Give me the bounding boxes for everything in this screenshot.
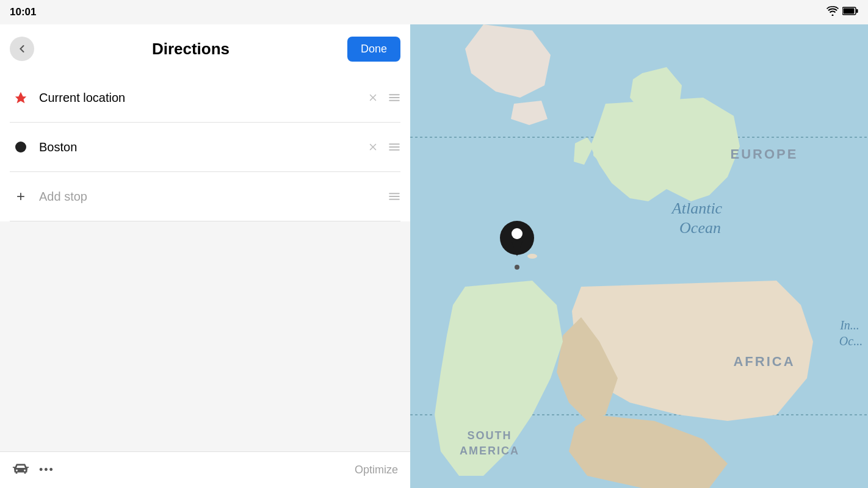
indian-ocean-label: In...: [839, 318, 859, 332]
waypoint-current-location[interactable]: Current location: [0, 73, 410, 122]
back-button[interactable]: [10, 37, 34, 61]
main-layout: Directions Done Current location: [0, 24, 868, 488]
current-location-text: Current location: [32, 91, 367, 105]
map-panel: Atlantic Ocean EUROPE AFRICA SOUTH AMERI…: [410, 24, 868, 488]
left-panel: Directions Done Current location: [0, 24, 410, 488]
clear-current-location-button[interactable]: [367, 92, 378, 103]
status-icons: [826, 6, 858, 18]
status-bar: 10:01: [0, 0, 868, 24]
europe-label: EUROPE: [731, 146, 798, 162]
header: Directions Done: [0, 24, 410, 73]
optimize-button[interactable]: Optimize: [54, 464, 398, 476]
car-icon: [12, 461, 29, 479]
svg-rect-1: [856, 9, 858, 13]
dot-icon: [15, 142, 26, 152]
current-location-icon: [10, 87, 32, 109]
waypoints-list: Current location: [0, 73, 410, 221]
south-america-label2: AMERICA: [460, 445, 519, 457]
atlantic-ocean-label: Atlantic: [671, 199, 723, 217]
more-options-dots[interactable]: •••: [39, 464, 54, 476]
map-svg: Atlantic Ocean EUROPE AFRICA SOUTH AMERI…: [410, 24, 868, 488]
battery-icon: [842, 7, 858, 18]
status-time: 10:01: [10, 6, 36, 18]
reorder-current-location-button[interactable]: [388, 93, 400, 102]
svg-point-21: [512, 228, 523, 239]
svg-point-19: [527, 254, 537, 259]
reorder-add-stop-button[interactable]: [388, 192, 400, 201]
current-location-actions: [367, 92, 400, 103]
reorder-boston-button[interactable]: [388, 143, 400, 151]
page-title: Directions: [34, 40, 347, 59]
wifi-icon: [826, 6, 839, 18]
destination-icon: [10, 136, 32, 158]
done-button[interactable]: Done: [347, 37, 400, 62]
boston-text: Boston: [32, 140, 367, 154]
south-america-label1: SOUTH: [468, 429, 512, 442]
bottom-section: [0, 221, 410, 451]
footer: ••• Optimize: [0, 451, 410, 488]
add-stop-text: Add stop: [32, 190, 388, 204]
svg-rect-2: [844, 9, 855, 14]
svg-point-23: [515, 265, 519, 270]
boston-actions: [367, 142, 400, 152]
waypoint-add-stop[interactable]: + Add stop: [0, 172, 410, 221]
atlantic-ocean-label2: Ocean: [679, 219, 721, 237]
indian-ocean-label2: Oc...: [839, 334, 863, 348]
clear-boston-button[interactable]: [367, 142, 378, 152]
waypoint-boston[interactable]: Boston: [0, 123, 410, 171]
add-stop-actions: [388, 192, 400, 201]
add-stop-icon: +: [10, 185, 32, 207]
africa-label: AFRICA: [733, 354, 795, 369]
